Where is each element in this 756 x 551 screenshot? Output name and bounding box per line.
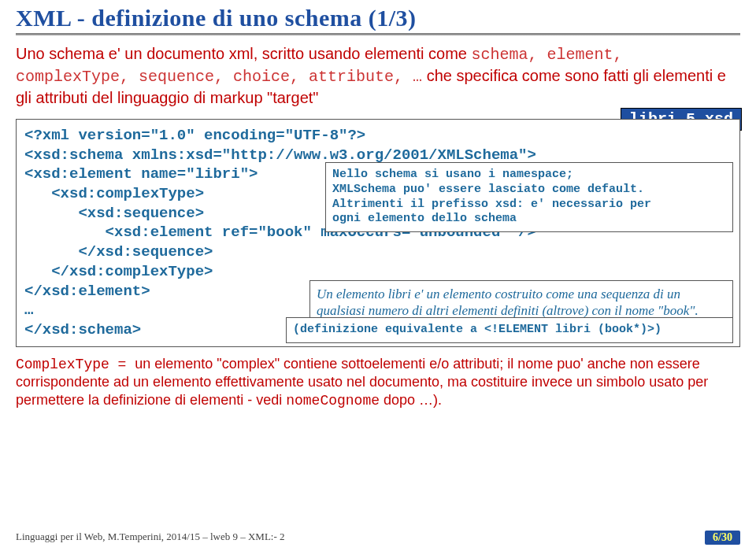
- callout-equiv: (definizione equivalente a <!ELEMENT lib…: [286, 317, 733, 343]
- callout-line: Altrimenti il prefisso xsd: e' necessari…: [332, 198, 726, 213]
- callout-line: Un elemento libri e' un elemento costrui…: [317, 286, 726, 320]
- aftertext-mono: ComplexType =: [16, 357, 135, 372]
- callout-line: XMLSchema puo' essere lasciato come defa…: [332, 183, 726, 198]
- code-line: </xsd:complexType>: [24, 262, 732, 282]
- callout-line: Nello schema si usano i namespace;: [332, 168, 726, 183]
- footer-left: Linguaggi per il Web, M.Temperini, 2014/…: [16, 531, 285, 545]
- title-rule: [16, 33, 740, 35]
- footer-page-number: 6/30: [705, 531, 740, 545]
- callout-line: ogni elemento dello schema: [332, 212, 726, 227]
- paragraph-complextype: ComplexType = un elemento "complex" cont…: [16, 355, 740, 410]
- footer: Linguaggi per il Web, M.Temperini, 2014/…: [16, 531, 740, 545]
- intro-text: Uno schema e' un documento xml, scritto …: [16, 43, 740, 108]
- aftertext-mono2: nomeCognome: [286, 393, 380, 409]
- aftertext-tail: dopo …).: [380, 392, 442, 408]
- intro-prefix: Uno schema e' un documento xml, scritto …: [16, 45, 472, 62]
- page-title: XML - definizione di uno schema (1/3): [16, 5, 740, 31]
- callout-namespace: Nello schema si usano i namespace; XMLSc…: [325, 162, 733, 232]
- code-line: <?xml version="1.0" encoding="UTF-8"?>: [24, 126, 732, 146]
- code-line: </xsd:sequence>: [24, 242, 732, 262]
- code-wrapper: libri.5.xsd <?xml version="1.0" encoding…: [16, 119, 740, 347]
- code-block: <?xml version="1.0" encoding="UTF-8"?> <…: [16, 119, 740, 347]
